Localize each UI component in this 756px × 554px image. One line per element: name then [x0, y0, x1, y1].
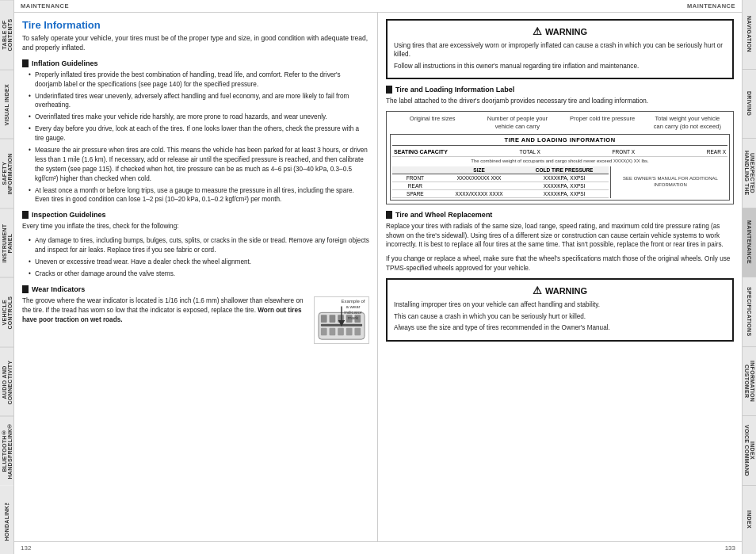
sidebar-tab-vehicle[interactable]: VEHICLE CONTROLS — [0, 277, 13, 347]
warning-text-1a: Using tires that are excessively worn or… — [394, 41, 726, 59]
list-item: Overinflated tires make your vehicle rid… — [29, 113, 369, 122]
right-column: ⚠ WARNING Using tires that are excessive… — [378, 13, 742, 541]
warning-box-1: ⚠ WARNING Using tires that are excessive… — [386, 19, 734, 79]
top-bar-left: MAINTENANCE — [21, 2, 69, 10]
label-text: The label attached to the driver's doorj… — [386, 97, 734, 106]
front-label: FRONT X — [613, 149, 635, 155]
wear-section: The groove where the wear indicator is l… — [22, 296, 369, 344]
diagram-label-2: Proper cold tire pressure — [565, 115, 640, 131]
warning-text-2c: Always use the size and type of tires re… — [394, 323, 726, 332]
wear-image-label: Example of a wear indicator mark — [339, 299, 367, 322]
sidebar-tab-maintenance[interactable]: MAINTENANCE — [743, 208, 756, 278]
list-item: Any damage to tires, including bumps, bu… — [29, 236, 369, 255]
label-header-text: Tire and Loading Information Label — [395, 86, 514, 94]
left-column: Tire Information To safely operate your … — [14, 13, 378, 541]
replacement-header-text: Tire and Wheel Replacement — [395, 211, 492, 219]
main-content: MAINTENANCE MAINTENANCE Tire Information… — [14, 0, 742, 554]
list-item: Properly inflated tires provide the best… — [29, 71, 369, 90]
section-bar-icon — [22, 59, 29, 67]
tire-table-header: SIZE COLD TIRE PRESSURE — [392, 166, 609, 174]
list-item: Underinflated tires wear unevenly, adver… — [29, 92, 369, 111]
page-title: Tire Information — [22, 19, 369, 31]
tire-data-section: SIZE COLD TIRE PRESSURE FRONT XXXX/XXXXX… — [392, 166, 609, 198]
tire-row-spare: SPARE XXXX/XXXXX XXXX XXXXKPA, XXPSI — [392, 190, 609, 198]
replacement-header: Tire and Wheel Replacement — [386, 211, 734, 219]
tire-owner-note: SEE OWNER'S MANUAL FOR ADDITIONAL INFORM… — [610, 166, 727, 198]
warning-triangle-icon: ⚠ — [533, 25, 542, 37]
top-bar: MAINTENANCE MAINTENANCE — [14, 0, 742, 13]
label-header: Tire and Loading Information Label — [386, 86, 734, 94]
sidebar-tab-toc[interactable]: TABLE OF CONTENTS — [0, 0, 13, 70]
tire-diagram-labels: Original tire sizes Number of people you… — [390, 115, 730, 131]
rear-label-cell: REAR — [394, 183, 437, 189]
header-cell-size: SIZE — [437, 167, 522, 173]
warning-triangle-icon-2: ⚠ — [533, 285, 542, 296]
wear-text: The groove where the wear indicator is l… — [22, 296, 309, 325]
tire-inner-title: TIRE AND LOADING INFORMATION — [392, 136, 727, 146]
inflation-list: Properly inflated tires provide the best… — [22, 71, 369, 205]
inflation-header: Inflation Guidelines — [22, 59, 369, 67]
sidebar-tab-safety[interactable]: SAFETY INFORMATION — [0, 139, 13, 208]
svg-rect-8 — [330, 327, 336, 335]
svg-rect-7 — [321, 327, 327, 335]
warning-text-2a: Installing improper tires on your vehicl… — [394, 300, 726, 309]
page-number-right: 133 — [725, 544, 735, 552]
inspection-intro: Every time you inflate the tires, check … — [22, 222, 369, 231]
warning-box-2: ⚠ WARNING Installing improper tires on y… — [386, 278, 734, 341]
sidebar-tab-audio[interactable]: AUDIO AND CONNECTIVITY — [0, 347, 13, 417]
sidebar-tab-voice[interactable]: VOICE COMMAND INDEX — [743, 416, 756, 486]
rear-size-cell — [437, 183, 522, 189]
svg-rect-10 — [346, 327, 353, 335]
header-cell-pressure: COLD TIRE PRESSURE — [521, 167, 607, 173]
sidebar-tab-customer[interactable]: CUSTOMER INFORMATION — [743, 347, 756, 417]
front-pressure-cell: XXXXKPA, XXPSI — [521, 175, 607, 181]
bottom-bar: 132 133 — [14, 541, 742, 554]
section-bar-icon — [22, 285, 29, 293]
warning-text-1b: Follow all instructions in this owner's … — [394, 62, 726, 71]
sidebar-tab-navigation[interactable]: NAVIGATION — [743, 0, 756, 70]
list-item: At least once a month or before long tri… — [29, 186, 369, 205]
total-label: TOTAL X — [520, 149, 540, 155]
sidebar-tab-instrument[interactable]: INSTRUMENT PANEL — [0, 208, 13, 278]
sidebar-tab-bluetooth[interactable]: BLUETOOTH® HANDSFREELINK® — [0, 416, 13, 486]
warning-text-2b: This can cause a crash in which you can … — [394, 312, 726, 321]
sidebar-tab-driving[interactable]: DRIVING — [743, 70, 756, 139]
inspection-header: Inspection Guidelines — [22, 211, 369, 219]
top-bar-right: MAINTENANCE — [687, 2, 735, 10]
inspection-list: Any damage to tires, including bumps, bu… — [22, 236, 369, 279]
front-label-cell: FRONT — [394, 175, 437, 181]
replacement-text-2: If you change or replace a wheel, make s… — [386, 254, 734, 273]
warning-label-2: WARNING — [545, 286, 587, 296]
sidebar-tab-visual-index[interactable]: VISUAL INDEX — [0, 70, 13, 139]
tire-diagram: Original tire sizes Number of people you… — [386, 111, 734, 204]
tire-row-front: FRONT XXXX/XXXXX XXX XXXXKPA, XXPSI — [392, 174, 609, 182]
sidebar-tab-hondalink[interactable]: HONDALINK™ — [0, 486, 13, 555]
warning-title-2: ⚠ WARNING — [394, 285, 726, 296]
section-bar-icon — [386, 211, 392, 219]
svg-rect-9 — [338, 327, 344, 335]
sidebar-tab-index[interactable]: INDEX — [743, 486, 756, 555]
wear-image: Example of a wear indicator mark — [314, 296, 369, 344]
left-sidebar: TABLE OF CONTENTS VISUAL INDEX SAFETY IN… — [0, 0, 14, 554]
wear-header-text: Wear Indicators — [32, 285, 85, 293]
right-sidebar: NAVIGATION DRIVING HANDLING THE UNEXPECT… — [742, 0, 756, 554]
svg-rect-2 — [330, 315, 336, 323]
list-item: Measure the air pressure when tires are … — [29, 146, 369, 184]
sidebar-tab-handling[interactable]: HANDLING THE UNEXPECTED — [743, 139, 756, 208]
front-size-cell: XXXX/XXXXX XXX — [437, 175, 522, 181]
list-item: Every day before you drive, look at each… — [29, 124, 369, 143]
section-bar-icon — [22, 211, 29, 219]
svg-rect-1 — [321, 315, 327, 323]
replacement-text-1: Replace your tires with radials of the s… — [386, 222, 734, 250]
svg-rect-6 — [321, 324, 362, 327]
intro-text: To safely operate your vehicle, your tir… — [22, 34, 369, 53]
wear-header: Wear Indicators — [22, 285, 369, 293]
sidebar-tab-specifications[interactable]: SPECIFICATIONS — [743, 277, 756, 347]
svg-rect-11 — [354, 327, 361, 335]
inspection-header-text: Inspection Guidelines — [32, 211, 106, 219]
page-number-left: 132 — [21, 544, 31, 552]
diagram-label-0: Original tire sizes — [395, 115, 469, 131]
warning-title-1: ⚠ WARNING — [394, 25, 726, 37]
spare-label-cell: SPARE — [394, 191, 437, 197]
rear-label: REAR X — [707, 149, 726, 155]
